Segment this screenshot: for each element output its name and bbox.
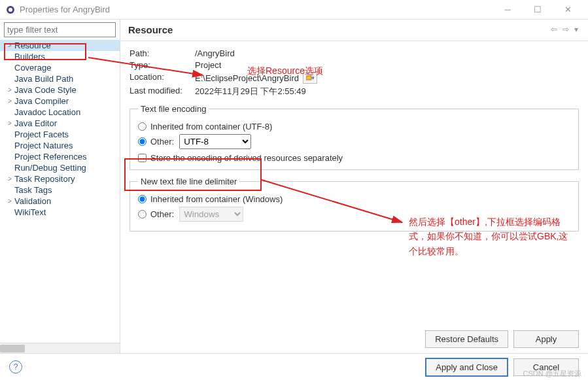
page-buttons: Restore Defaults Apply	[120, 325, 588, 353]
titlebar: Properties for AngryBird ─ ☐ ✕	[0, 0, 588, 20]
tree-item-label: Project References	[14, 152, 87, 162]
tree-item-project-facets[interactable]: Project Facets	[0, 129, 120, 140]
watermark: CSDN @五星资源	[523, 369, 581, 379]
tree-item-java-compiler[interactable]: >Java Compiler	[0, 95, 120, 107]
delimiter-inherited-radio[interactable]	[138, 195, 147, 203]
tree-item-label: Task Repository	[14, 174, 75, 184]
nav-forward-icon[interactable]: ⇨	[561, 24, 571, 35]
tree-item-run-debug-setting[interactable]: Run/Debug Setting	[0, 162, 120, 173]
delimiter-other-label: Other:	[150, 209, 174, 219]
tree-item-project-references[interactable]: Project References	[0, 151, 120, 162]
tree: >ResourceBuildersCoverageJava Build Path…	[0, 39, 120, 343]
expander-icon[interactable]: >	[5, 175, 14, 182]
tree-item-label: Project Natures	[14, 141, 73, 150]
page-header: Resource ⇦ ⇨ ▾	[120, 20, 588, 41]
tree-item-label: Coverage	[14, 63, 51, 73]
tree-item-java-build-path[interactable]: Java Build Path	[0, 73, 120, 84]
tree-item-label: Run/Debug Setting	[14, 163, 86, 173]
encoding-fieldset: Text file encoding Inherited from contai…	[130, 104, 579, 170]
restore-defaults-button[interactable]: Restore Defaults	[425, 330, 508, 348]
tree-item-java-editor[interactable]: >Java Editor	[0, 118, 120, 129]
sidebar-scrollbar[interactable]	[0, 343, 120, 353]
footer: ? Apply and Close Cancel	[0, 353, 588, 380]
tree-item-label: Java Compiler	[14, 96, 69, 106]
tree-item-label: Java Build Path	[14, 74, 73, 84]
type-value: Project	[195, 60, 579, 70]
tree-item-builders[interactable]: Builders	[0, 51, 120, 62]
filter-input[interactable]	[4, 22, 116, 37]
tree-item-task-tags[interactable]: Task Tags	[0, 184, 120, 196]
apply-button[interactable]: Apply	[513, 330, 579, 348]
tree-item-label: Builders	[14, 52, 45, 61]
tree-item-label: Resource	[14, 41, 51, 50]
content-pane: Resource ⇦ ⇨ ▾ Path:/AngryBird Type:Proj…	[120, 20, 588, 353]
modified-value: 2022年11月29日 下午2:55:49	[195, 86, 579, 97]
page-title: Resource	[128, 24, 549, 35]
encoding-select[interactable]: UTF-8	[179, 134, 251, 149]
store-encoding-checkbox[interactable]	[138, 154, 147, 162]
encoding-other-radio[interactable]	[138, 137, 147, 146]
type-label: Type:	[130, 60, 195, 70]
expander-icon[interactable]: >	[5, 42, 14, 49]
tree-item-label: Task Tags	[14, 185, 52, 195]
nav-dropdown-icon[interactable]: ▾	[572, 24, 580, 35]
tree-item-task-repository[interactable]: >Task Repository	[0, 173, 120, 184]
tree-item-label: WikiText	[14, 207, 46, 217]
expander-icon[interactable]: >	[5, 97, 14, 105]
tree-item-javadoc-location[interactable]: Javadoc Location	[0, 107, 120, 118]
close-button[interactable]: ✕	[553, 0, 583, 20]
location-label: Location:	[130, 72, 195, 84]
apply-close-button[interactable]: Apply and Close	[425, 358, 508, 377]
tree-item-label: Java Code Style	[14, 85, 77, 95]
expander-icon[interactable]: >	[5, 86, 14, 94]
svg-point-1	[9, 8, 12, 12]
tree-item-java-code-style[interactable]: >Java Code Style	[0, 84, 120, 95]
tree-item-project-natures[interactable]: Project Natures	[0, 140, 120, 151]
nav-arrows: ⇦ ⇨ ▾	[549, 24, 580, 35]
tree-item-label: Project Facets	[14, 130, 69, 139]
tree-item-label: Validation	[14, 196, 51, 206]
app-icon	[5, 5, 16, 15]
sidebar: >ResourceBuildersCoverageJava Build Path…	[0, 20, 120, 353]
minimize-button[interactable]: ─	[493, 0, 523, 20]
window-title: Properties for AngryBird	[20, 5, 493, 14]
tree-item-coverage[interactable]: Coverage	[0, 62, 120, 73]
encoding-inherited-label: Inherited from container (UTF-8)	[150, 122, 272, 131]
path-label: Path:	[130, 48, 195, 58]
tree-item-wikitext[interactable]: WikiText	[0, 207, 120, 218]
open-location-button[interactable]	[303, 72, 317, 84]
modified-label: Last modified:	[130, 86, 195, 97]
encoding-legend: Text file encoding	[138, 104, 209, 114]
encoding-other-label: Other:	[150, 137, 174, 147]
nav-back-icon[interactable]: ⇦	[549, 24, 559, 35]
delimiter-other-radio[interactable]	[138, 210, 147, 218]
tree-item-label: Javadoc Location	[14, 107, 80, 117]
maximize-button[interactable]: ☐	[523, 0, 553, 20]
expander-icon[interactable]: >	[5, 120, 14, 127]
encoding-inherited-radio[interactable]	[138, 122, 147, 131]
location-value: E:\EclipseProject\AngryBird	[195, 73, 299, 83]
help-button[interactable]: ?	[9, 360, 22, 373]
tree-item-validation[interactable]: >Validation	[0, 196, 120, 207]
delimiter-inherited-label: Inherited from container (Windows)	[150, 194, 283, 204]
delimiter-legend: New text file line delimiter	[138, 177, 239, 186]
scrollbar-thumb[interactable]	[0, 345, 25, 353]
svg-rect-2	[306, 76, 311, 80]
delimiter-select: Windows	[179, 207, 243, 222]
tree-item-resource[interactable]: >Resource	[0, 40, 120, 51]
page-body: Path:/AngryBird Type:Project Location:E:…	[120, 41, 588, 325]
expander-icon[interactable]: >	[5, 198, 14, 205]
filter-container	[4, 22, 116, 37]
tree-item-label: Java Editor	[14, 118, 57, 128]
store-encoding-label: Store the encoding of derived resources …	[150, 153, 343, 163]
delimiter-fieldset: New text file line delimiter Inherited f…	[130, 177, 579, 232]
path-value: /AngryBird	[195, 48, 579, 58]
